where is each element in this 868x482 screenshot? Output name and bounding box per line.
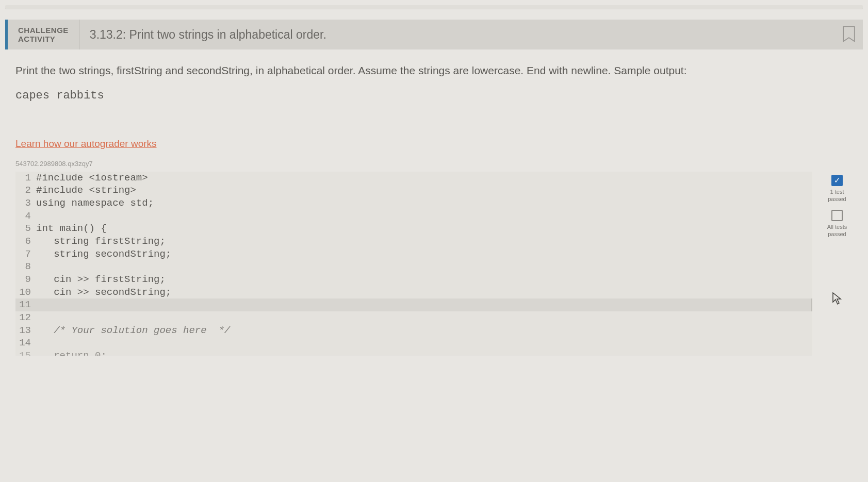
top-divider (5, 5, 863, 9)
line-content[interactable]: string secondString; (36, 248, 812, 261)
code-line[interactable]: 10 cin >> secondString; (15, 286, 812, 299)
code-line[interactable]: 13 /* Your solution goes here */ (15, 324, 812, 337)
line-number: 6 (15, 235, 36, 248)
line-content[interactable]: using namespace std; (36, 197, 812, 210)
line-content[interactable]: cin >> firstString; (36, 273, 812, 286)
code-line[interactable]: 12 (15, 311, 812, 324)
code-line[interactable]: 3using namespace std; (15, 197, 812, 210)
hash-text: 543702.2989808.qx3zqy7 (15, 160, 853, 168)
status-panel: ✓ 1 test passed All tests passed (822, 172, 853, 308)
line-content[interactable] (36, 260, 812, 273)
line-number: 8 (15, 260, 36, 273)
code-line[interactable]: 2#include <string> (15, 184, 812, 197)
line-number: 1 (15, 172, 36, 185)
code-line[interactable]: 15 return 0; (15, 350, 812, 356)
line-content[interactable]: #include <string> (36, 184, 812, 197)
line-number: 13 (15, 324, 36, 337)
line-number: 11 (15, 298, 36, 311)
code-line[interactable]: 9 cin >> firstString; (15, 273, 812, 286)
line-content[interactable]: return 0; (36, 350, 812, 356)
line-content[interactable]: #include <iostream> (36, 172, 812, 185)
autograder-link[interactable]: Learn how our autograder works (15, 138, 157, 149)
code-block-wrapper: 1#include <iostream>2#include <string>3u… (15, 172, 853, 356)
test2-status-text: All tests passed (827, 223, 847, 238)
line-content[interactable]: cin >> secondString; (36, 286, 812, 299)
challenge-label-line2: ACTIVITY (18, 35, 69, 43)
line-content[interactable]: int main() { (36, 222, 812, 235)
line-content[interactable] (36, 298, 812, 311)
bookmark-icon[interactable] (841, 20, 863, 49)
code-line[interactable]: 11 (15, 298, 812, 311)
line-number: 15 (15, 350, 36, 356)
line-number: 7 (15, 248, 36, 261)
code-line[interactable]: 1#include <iostream> (15, 172, 812, 185)
challenge-title: 3.13.2: Print two strings in alphabetica… (79, 20, 841, 49)
code-line[interactable]: 7 string secondString; (15, 248, 812, 261)
line-number: 9 (15, 273, 36, 286)
line-number: 4 (15, 210, 36, 223)
line-content[interactable] (36, 311, 812, 324)
test2-checkbox-icon (831, 210, 843, 221)
content-area: Print the two strings, firstString and s… (5, 62, 863, 361)
line-content[interactable] (36, 337, 812, 350)
code-line[interactable]: 5int main() { (15, 222, 812, 235)
sample-output: capes rabbits (15, 89, 853, 102)
line-content[interactable]: /* Your solution goes here */ (36, 324, 812, 337)
line-number: 5 (15, 222, 36, 235)
challenge-label-line1: CHALLENGE (18, 26, 69, 35)
code-editor[interactable]: 1#include <iostream>2#include <string>3u… (15, 172, 812, 356)
cursor-icon (832, 292, 842, 308)
line-content[interactable] (36, 210, 812, 223)
line-number: 10 (15, 286, 36, 299)
line-number: 12 (15, 311, 36, 324)
code-line[interactable]: 14 (15, 337, 812, 350)
code-line[interactable]: 8 (15, 260, 812, 273)
challenge-label: CHALLENGE ACTIVITY (8, 20, 79, 49)
line-number: 2 (15, 184, 36, 197)
line-content[interactable]: string firstString; (36, 235, 812, 248)
instructions-text: Print the two strings, firstString and s… (15, 62, 853, 79)
test1-status-text: 1 test passed (828, 188, 846, 203)
line-number: 14 (15, 337, 36, 350)
code-line[interactable]: 6 string firstString; (15, 235, 812, 248)
line-number: 3 (15, 197, 36, 210)
test1-checkbox-icon: ✓ (831, 175, 843, 186)
challenge-header: CHALLENGE ACTIVITY 3.13.2: Print two str… (5, 20, 863, 49)
code-line[interactable]: 4 (15, 210, 812, 223)
